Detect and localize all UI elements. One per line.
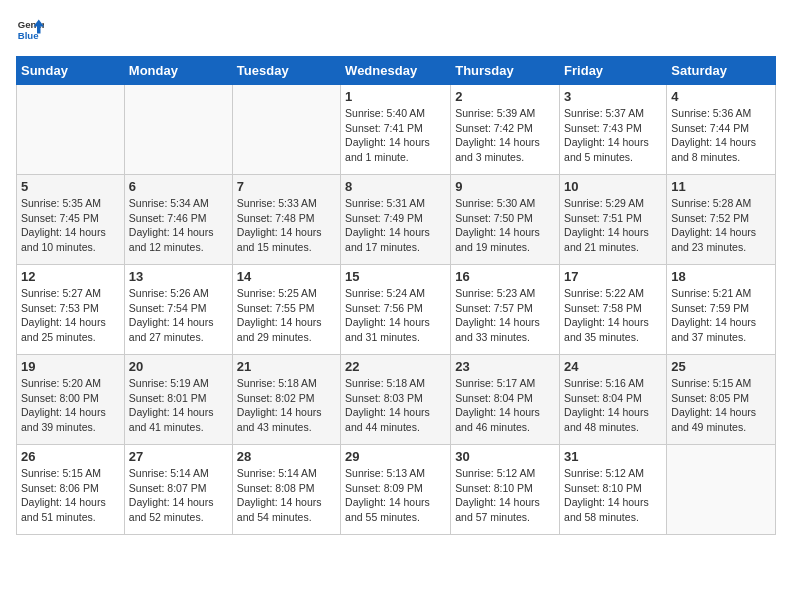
calendar-cell: 18Sunrise: 5:21 AMSunset: 7:59 PMDayligh… bbox=[667, 265, 776, 355]
header-cell-tuesday: Tuesday bbox=[232, 57, 340, 85]
calendar-cell: 14Sunrise: 5:25 AMSunset: 7:55 PMDayligh… bbox=[232, 265, 340, 355]
day-info: Sunrise: 5:29 AMSunset: 7:51 PMDaylight:… bbox=[564, 196, 662, 255]
svg-text:Blue: Blue bbox=[18, 30, 39, 41]
calendar-cell: 17Sunrise: 5:22 AMSunset: 7:58 PMDayligh… bbox=[560, 265, 667, 355]
day-info: Sunrise: 5:40 AMSunset: 7:41 PMDaylight:… bbox=[345, 106, 446, 165]
day-number: 29 bbox=[345, 449, 446, 464]
day-number: 11 bbox=[671, 179, 771, 194]
day-number: 26 bbox=[21, 449, 120, 464]
day-number: 15 bbox=[345, 269, 446, 284]
day-number: 28 bbox=[237, 449, 336, 464]
logo: General Blue bbox=[16, 16, 44, 44]
day-info: Sunrise: 5:22 AMSunset: 7:58 PMDaylight:… bbox=[564, 286, 662, 345]
calendar-cell: 11Sunrise: 5:28 AMSunset: 7:52 PMDayligh… bbox=[667, 175, 776, 265]
day-info: Sunrise: 5:16 AMSunset: 8:04 PMDaylight:… bbox=[564, 376, 662, 435]
day-info: Sunrise: 5:30 AMSunset: 7:50 PMDaylight:… bbox=[455, 196, 555, 255]
day-number: 10 bbox=[564, 179, 662, 194]
calendar-cell: 1Sunrise: 5:40 AMSunset: 7:41 PMDaylight… bbox=[341, 85, 451, 175]
day-info: Sunrise: 5:12 AMSunset: 8:10 PMDaylight:… bbox=[564, 466, 662, 525]
day-number: 16 bbox=[455, 269, 555, 284]
day-info: Sunrise: 5:27 AMSunset: 7:53 PMDaylight:… bbox=[21, 286, 120, 345]
day-info: Sunrise: 5:33 AMSunset: 7:48 PMDaylight:… bbox=[237, 196, 336, 255]
calendar-cell: 25Sunrise: 5:15 AMSunset: 8:05 PMDayligh… bbox=[667, 355, 776, 445]
day-info: Sunrise: 5:18 AMSunset: 8:02 PMDaylight:… bbox=[237, 376, 336, 435]
day-number: 6 bbox=[129, 179, 228, 194]
calendar-cell: 27Sunrise: 5:14 AMSunset: 8:07 PMDayligh… bbox=[124, 445, 232, 535]
calendar-cell: 22Sunrise: 5:18 AMSunset: 8:03 PMDayligh… bbox=[341, 355, 451, 445]
day-info: Sunrise: 5:31 AMSunset: 7:49 PMDaylight:… bbox=[345, 196, 446, 255]
calendar-cell bbox=[17, 85, 125, 175]
calendar-cell: 8Sunrise: 5:31 AMSunset: 7:49 PMDaylight… bbox=[341, 175, 451, 265]
day-number: 27 bbox=[129, 449, 228, 464]
calendar-body: 1Sunrise: 5:40 AMSunset: 7:41 PMDaylight… bbox=[17, 85, 776, 535]
day-number: 13 bbox=[129, 269, 228, 284]
day-number: 4 bbox=[671, 89, 771, 104]
day-number: 23 bbox=[455, 359, 555, 374]
calendar-cell: 24Sunrise: 5:16 AMSunset: 8:04 PMDayligh… bbox=[560, 355, 667, 445]
day-info: Sunrise: 5:12 AMSunset: 8:10 PMDaylight:… bbox=[455, 466, 555, 525]
day-info: Sunrise: 5:34 AMSunset: 7:46 PMDaylight:… bbox=[129, 196, 228, 255]
day-info: Sunrise: 5:25 AMSunset: 7:55 PMDaylight:… bbox=[237, 286, 336, 345]
day-info: Sunrise: 5:23 AMSunset: 7:57 PMDaylight:… bbox=[455, 286, 555, 345]
day-number: 31 bbox=[564, 449, 662, 464]
day-number: 24 bbox=[564, 359, 662, 374]
header-cell-monday: Monday bbox=[124, 57, 232, 85]
calendar-cell: 28Sunrise: 5:14 AMSunset: 8:08 PMDayligh… bbox=[232, 445, 340, 535]
day-info: Sunrise: 5:13 AMSunset: 8:09 PMDaylight:… bbox=[345, 466, 446, 525]
header-cell-saturday: Saturday bbox=[667, 57, 776, 85]
day-number: 21 bbox=[237, 359, 336, 374]
calendar-cell: 4Sunrise: 5:36 AMSunset: 7:44 PMDaylight… bbox=[667, 85, 776, 175]
day-info: Sunrise: 5:15 AMSunset: 8:06 PMDaylight:… bbox=[21, 466, 120, 525]
calendar-cell: 29Sunrise: 5:13 AMSunset: 8:09 PMDayligh… bbox=[341, 445, 451, 535]
calendar-table: SundayMondayTuesdayWednesdayThursdayFrid… bbox=[16, 56, 776, 535]
calendar-cell: 7Sunrise: 5:33 AMSunset: 7:48 PMDaylight… bbox=[232, 175, 340, 265]
day-number: 8 bbox=[345, 179, 446, 194]
calendar-week-row: 5Sunrise: 5:35 AMSunset: 7:45 PMDaylight… bbox=[17, 175, 776, 265]
calendar-cell: 5Sunrise: 5:35 AMSunset: 7:45 PMDaylight… bbox=[17, 175, 125, 265]
calendar-week-row: 19Sunrise: 5:20 AMSunset: 8:00 PMDayligh… bbox=[17, 355, 776, 445]
day-number: 1 bbox=[345, 89, 446, 104]
day-number: 20 bbox=[129, 359, 228, 374]
day-number: 7 bbox=[237, 179, 336, 194]
day-info: Sunrise: 5:14 AMSunset: 8:08 PMDaylight:… bbox=[237, 466, 336, 525]
day-info: Sunrise: 5:35 AMSunset: 7:45 PMDaylight:… bbox=[21, 196, 120, 255]
calendar-cell: 20Sunrise: 5:19 AMSunset: 8:01 PMDayligh… bbox=[124, 355, 232, 445]
calendar-cell bbox=[667, 445, 776, 535]
day-number: 22 bbox=[345, 359, 446, 374]
day-number: 12 bbox=[21, 269, 120, 284]
header-cell-thursday: Thursday bbox=[451, 57, 560, 85]
calendar-week-row: 12Sunrise: 5:27 AMSunset: 7:53 PMDayligh… bbox=[17, 265, 776, 355]
calendar-cell: 31Sunrise: 5:12 AMSunset: 8:10 PMDayligh… bbox=[560, 445, 667, 535]
calendar-week-row: 26Sunrise: 5:15 AMSunset: 8:06 PMDayligh… bbox=[17, 445, 776, 535]
day-info: Sunrise: 5:28 AMSunset: 7:52 PMDaylight:… bbox=[671, 196, 771, 255]
day-number: 3 bbox=[564, 89, 662, 104]
calendar-header-row: SundayMondayTuesdayWednesdayThursdayFrid… bbox=[17, 57, 776, 85]
header-cell-sunday: Sunday bbox=[17, 57, 125, 85]
calendar-cell bbox=[232, 85, 340, 175]
calendar-cell: 15Sunrise: 5:24 AMSunset: 7:56 PMDayligh… bbox=[341, 265, 451, 355]
calendar-cell: 2Sunrise: 5:39 AMSunset: 7:42 PMDaylight… bbox=[451, 85, 560, 175]
day-number: 17 bbox=[564, 269, 662, 284]
calendar-cell: 16Sunrise: 5:23 AMSunset: 7:57 PMDayligh… bbox=[451, 265, 560, 355]
day-info: Sunrise: 5:37 AMSunset: 7:43 PMDaylight:… bbox=[564, 106, 662, 165]
calendar-cell: 23Sunrise: 5:17 AMSunset: 8:04 PMDayligh… bbox=[451, 355, 560, 445]
day-info: Sunrise: 5:19 AMSunset: 8:01 PMDaylight:… bbox=[129, 376, 228, 435]
day-number: 30 bbox=[455, 449, 555, 464]
calendar-cell bbox=[124, 85, 232, 175]
day-info: Sunrise: 5:15 AMSunset: 8:05 PMDaylight:… bbox=[671, 376, 771, 435]
day-info: Sunrise: 5:21 AMSunset: 7:59 PMDaylight:… bbox=[671, 286, 771, 345]
day-info: Sunrise: 5:24 AMSunset: 7:56 PMDaylight:… bbox=[345, 286, 446, 345]
calendar-cell: 30Sunrise: 5:12 AMSunset: 8:10 PMDayligh… bbox=[451, 445, 560, 535]
day-number: 2 bbox=[455, 89, 555, 104]
day-number: 25 bbox=[671, 359, 771, 374]
header: General Blue bbox=[16, 16, 776, 44]
calendar-cell: 21Sunrise: 5:18 AMSunset: 8:02 PMDayligh… bbox=[232, 355, 340, 445]
day-info: Sunrise: 5:18 AMSunset: 8:03 PMDaylight:… bbox=[345, 376, 446, 435]
calendar-cell: 26Sunrise: 5:15 AMSunset: 8:06 PMDayligh… bbox=[17, 445, 125, 535]
day-info: Sunrise: 5:14 AMSunset: 8:07 PMDaylight:… bbox=[129, 466, 228, 525]
day-info: Sunrise: 5:26 AMSunset: 7:54 PMDaylight:… bbox=[129, 286, 228, 345]
header-cell-wednesday: Wednesday bbox=[341, 57, 451, 85]
day-number: 5 bbox=[21, 179, 120, 194]
day-number: 18 bbox=[671, 269, 771, 284]
calendar-cell: 19Sunrise: 5:20 AMSunset: 8:00 PMDayligh… bbox=[17, 355, 125, 445]
